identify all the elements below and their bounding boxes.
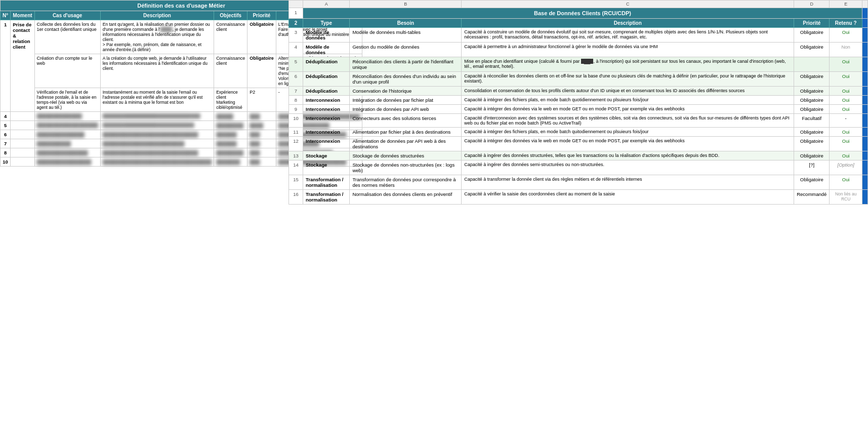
col-letter-blank: [289, 1, 303, 8]
r-retenu-14: [Option]: [830, 161, 862, 175]
cas-6: ██████████████: [34, 130, 100, 139]
right-col-retenu: Retenu ?: [830, 19, 862, 28]
desc-3: Instantanément au moment de la saisie l'…: [100, 88, 214, 112]
blue-accent-r13: [862, 151, 868, 161]
table-row: 14 Stockage Stockage de données non-stru…: [289, 161, 868, 175]
r-prior-16: Recommandé: [794, 190, 830, 205]
r-besoin-4: Gestion du modèle de données: [350, 43, 462, 57]
r-besoin-11: Alimentation par fichier plat à des dest…: [350, 128, 462, 137]
blue-accent-r5: [862, 57, 868, 72]
row-num-8: 8: [1, 148, 11, 157]
r-retenu-15: Oui: [830, 175, 862, 190]
prior-3: P2: [247, 88, 276, 112]
r-type-5: Déduplication: [303, 57, 350, 72]
col-obj: Objectifs: [214, 11, 247, 20]
desc-1: En tant qu'agent, à la réalisation d'un …: [100, 20, 214, 54]
row-num-5: 5: [1, 121, 11, 130]
r-retenu-6: Oui: [830, 72, 862, 87]
r-desc-6: Capacité à réconcilier les données clien…: [462, 72, 794, 87]
r-row-num-7: 7: [289, 87, 303, 96]
r-type-14: Stockage: [303, 161, 350, 175]
obj-10: ███████: [214, 157, 247, 167]
right-header-main-row: 1 Base de Données Clients (RCU/CDP): [289, 8, 868, 19]
obj-8: ████████: [214, 148, 247, 157]
r-besoin-13: Stockage de données structurées: [350, 151, 462, 161]
r-desc-12: Capacité à intégrer des données via le w…: [462, 137, 794, 151]
r-besoin-12: Alimentation de données par API web à de…: [350, 137, 462, 151]
r-retenu-13: Oui: [830, 151, 862, 161]
prior-6: ███: [247, 130, 276, 139]
r-besoin-14: Stockage de données non-structurées (ex …: [350, 161, 462, 175]
r-row-num-4: 4: [289, 43, 303, 57]
r-retenu-10: -: [830, 114, 862, 128]
col-moment: Moment: [11, 11, 34, 20]
col-letter-d: D: [794, 1, 830, 8]
r-type-8: Interconnexion: [303, 96, 350, 105]
r-prior-14: [?]: [794, 161, 830, 175]
col-desc: Description: [100, 11, 214, 20]
desc-8: ████████████████████████████: [100, 148, 214, 157]
blue-accent-3: [862, 19, 868, 28]
obj-2: Connaissance client: [214, 54, 247, 88]
desc-4: ████████████████████████████████: [100, 112, 214, 121]
cas-2: Création d'un compte sur le web: [34, 54, 100, 88]
moment-8: [11, 148, 34, 157]
r-retenu-5: Oui: [830, 57, 862, 72]
prior-4: ███: [247, 112, 276, 121]
r-prior-5: [794, 57, 830, 72]
desc-5: ██████████████████████████████: [100, 121, 214, 130]
r-row-num-15: 15: [289, 175, 303, 190]
r-desc-8: Capacité à intégrer des fichiers plats, …: [462, 96, 794, 105]
r-row-num-3: 3: [289, 28, 303, 43]
r-besoin-9: Intégration de données par API web: [350, 105, 462, 114]
col-letter-c: C: [462, 1, 794, 8]
r-row-num-6: 6: [289, 72, 303, 87]
moment-10: [11, 157, 34, 167]
col-prior: Priorité: [247, 11, 276, 20]
r-retenu-7: Oui: [830, 87, 862, 96]
right-col-type: Type: [303, 19, 350, 28]
r-type-7: Déduplication: [303, 87, 350, 96]
cas-4: ██████████████: [34, 112, 100, 121]
prior-8: ███: [247, 148, 276, 157]
row-num-4: 4: [1, 112, 11, 121]
cas-1: Collecte des données lors du 1er contact…: [34, 20, 100, 54]
cas-7: ██████████: [34, 139, 100, 148]
r-desc-16: Capacité à vérifier la saisie des coordo…: [462, 190, 794, 205]
obj-1: Connaissance client: [214, 20, 247, 54]
r-besoin-5: Réconciliation des clients à partir de l…: [350, 57, 462, 72]
blue-accent-r9: [862, 105, 868, 114]
obj-3: Expérience clientMarketing ciblé/optimis…: [214, 88, 247, 112]
r-row-num-13: 13: [289, 151, 303, 161]
cas-5: ███████████████████: [34, 121, 100, 130]
table-row: 10 Interconnexion Connecteurs avec des s…: [289, 114, 868, 128]
r-prior-15: Obligatoire: [794, 175, 830, 190]
right-table-wrapper: A B C D E 1 Base de Données Clients (RCU…: [288, 0, 868, 441]
right-col-num: 2: [289, 19, 303, 28]
table-row: 15 Transformation /normalisation Transfo…: [289, 175, 868, 190]
blue-accent-r4: [862, 43, 868, 57]
r-desc-9: Capacité à intégrer des données via le w…: [462, 105, 794, 114]
col-cas: Cas d'usage: [34, 11, 100, 20]
desc-10: ████████████████████████████████: [100, 157, 214, 167]
r-desc-10: Capacité d'interconnexion avec des systè…: [462, 114, 794, 128]
r-retenu-8: Oui: [830, 96, 862, 105]
r-prior-10: Facultatif: [794, 114, 830, 128]
r-retenu-4: Non: [830, 43, 862, 57]
r-type-15: Transformation /normalisation: [303, 175, 350, 190]
right-col-besoin: Besoin: [350, 19, 462, 28]
r-prior-3: Obligatoire: [794, 28, 830, 43]
blue-accent-r14: [862, 161, 868, 175]
r-retenu-16: Non liés au RCU: [830, 190, 862, 205]
header-row-num: 1: [289, 8, 303, 19]
desc-6: ████████████████████████████: [100, 130, 214, 139]
r-row-num-14: 14: [289, 161, 303, 175]
r-retenu-3: Oui: [830, 28, 862, 43]
main-container: Définition des cas d'usage Métier N° Mom…: [0, 0, 868, 441]
r-row-num-8: 8: [289, 96, 303, 105]
r-row-num-10: 10: [289, 114, 303, 128]
r-prior-13: Obligatoire: [794, 151, 830, 161]
r-besoin-8: Intégration de données par fichier plat: [350, 96, 462, 105]
blue-accent-r8: [862, 96, 868, 105]
r-besoin-7: Conservation de l'historique: [350, 87, 462, 96]
